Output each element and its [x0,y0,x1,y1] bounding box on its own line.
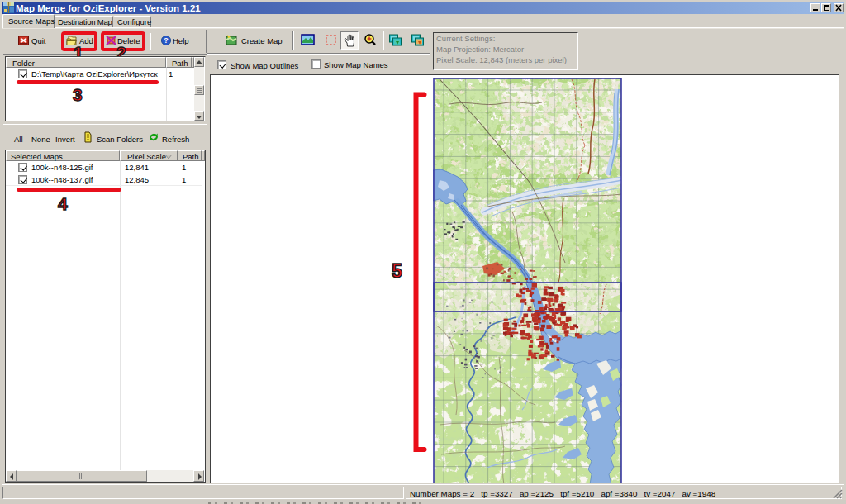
svg-text:?: ? [164,36,169,45]
